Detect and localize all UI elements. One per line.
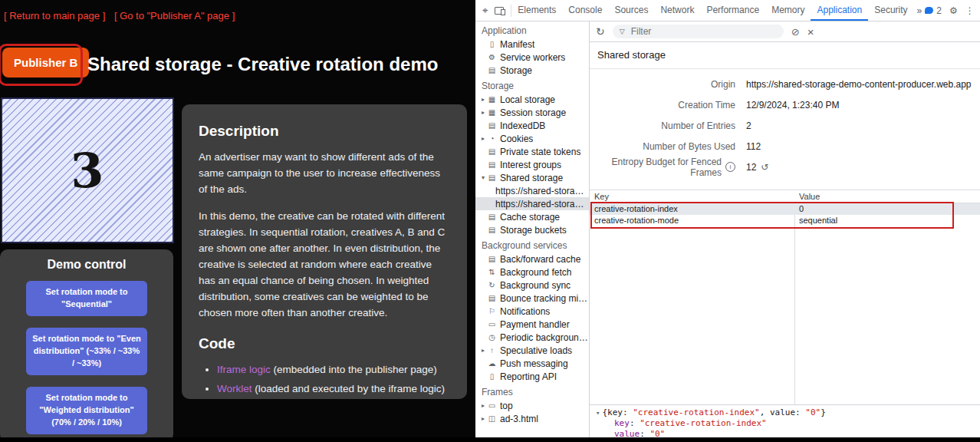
sidebar-item-label: Session storage <box>500 107 566 118</box>
sidebar-item-label: Storage buckets <box>500 225 567 236</box>
sidebar-item-label: Private state tokens <box>500 147 580 157</box>
sidebar-item-speculative-loads[interactable]: ▸ ↑ Speculative loads <box>475 344 589 357</box>
chevron-right-icon[interactable]: ▸ <box>479 402 487 409</box>
chevron-down-icon[interactable]: ▾ <box>596 409 600 417</box>
preview-summary-line[interactable]: ▾{key: "creative-rotation-index", value:… <box>596 407 974 418</box>
table-header: Key Value <box>590 190 980 203</box>
sidebar-item-shared-storage-origin-2[interactable]: https://shared-storage-d… <box>475 197 589 210</box>
filter-input[interactable] <box>630 25 755 38</box>
preview-string: "creative-rotation-index" <box>633 407 760 417</box>
metadata-value: 112 <box>746 141 761 152</box>
shared-storage-table: Key Value creative-rotation-index 0 crea… <box>590 190 980 404</box>
devtools-tabbar: ⌖ Elements Console Sources Network Perfo… <box>475 0 980 21</box>
preview-prop-key: key: "creative-rotation-index" <box>614 418 974 429</box>
sidebar-item-shared-storage-origin-1[interactable]: https://shared-storage-d… <box>475 184 589 197</box>
chevron-right-icon[interactable]: ▸ <box>479 109 487 116</box>
sidebar-section-frames: Frames <box>475 383 589 399</box>
filter-field[interactable]: ▽ <box>613 25 784 38</box>
tab-elements[interactable]: Elements <box>511 0 562 21</box>
sidebar-item-label: Interest groups <box>500 160 561 170</box>
code-list-item: Iframe logic (embedded into the publishe… <box>217 362 450 378</box>
column-header-value[interactable]: Value <box>794 190 820 203</box>
kebab-menu-icon[interactable]: ⋮ <box>965 6 975 15</box>
sidebar-item-payment-handler[interactable]: ▭ Payment handler <box>475 318 589 331</box>
gear-icon[interactable]: ⚙ <box>949 6 958 15</box>
sidebar-item-notifications[interactable]: ⚐ Notifications <box>475 305 589 318</box>
table-icon: ▦ <box>487 96 497 104</box>
rotation-weighted-distribution-button[interactable]: Set rotation mode to "Weighted distribut… <box>26 387 147 434</box>
table-row[interactable]: creative-rotation-index 0 <box>590 203 980 215</box>
rotation-sequential-button[interactable]: Set rotation mode to "Sequential" <box>26 281 147 316</box>
return-main-page-link[interactable]: [ Return to main page ] <box>4 10 105 21</box>
more-tabs-icon[interactable]: » <box>914 5 926 16</box>
iframe-icon: ◫ <box>487 415 497 423</box>
metadata-label: Origin <box>590 79 735 90</box>
chevron-right-icon[interactable]: ▸ <box>479 96 487 103</box>
sidebar-item-indexeddb[interactable]: ▤ IndexedDB <box>475 119 589 132</box>
refresh-icon[interactable]: ↻ <box>596 25 605 38</box>
sidebar-item-background-fetch[interactable]: ⇅ Background fetch <box>475 266 589 279</box>
table-row[interactable]: creative-rotation-mode sequential <box>590 215 980 226</box>
tab-application[interactable]: Application <box>811 0 868 21</box>
rotation-even-distribution-button[interactable]: Set rotation mode to "Even distribution"… <box>26 328 147 375</box>
sidebar-item-frame-top[interactable]: ▸ ▭ top <box>475 399 589 412</box>
info-icon[interactable]: i <box>725 162 735 172</box>
clock-icon: ◷ <box>487 334 497 341</box>
tab-console[interactable]: Console <box>562 0 608 21</box>
sidebar-section-application: Application <box>475 21 589 38</box>
tab-security[interactable]: Security <box>868 0 913 21</box>
chevron-right-icon[interactable]: ▸ <box>479 347 487 354</box>
sidebar-item-local-storage[interactable]: ▸ ▦ Local storage <box>475 93 589 106</box>
sidebar-item-frame-ad-3[interactable]: ▸ ◫ ad-3.html <box>475 412 589 425</box>
sidebar-item-interest-groups[interactable]: ▤ Interest groups <box>475 158 589 171</box>
inspect-element-icon[interactable]: ⌖ <box>482 5 488 15</box>
sidebar-item-storage-buckets[interactable]: ▤ Storage buckets <box>475 223 589 236</box>
screen: [ Return to main page ] [ Go to "Publish… <box>0 0 980 442</box>
database-icon: ▤ <box>487 174 497 182</box>
sidebar-item-private-state-tokens[interactable]: ▤ Private state tokens <box>475 145 589 158</box>
worklet-link[interactable]: Worklet <box>217 383 252 394</box>
sidebar-item-storage[interactable]: ▤ Storage <box>475 64 589 77</box>
device-toolbar-icon[interactable] <box>495 7 504 15</box>
sidebar-item-back-forward-cache[interactable]: ▤ Back/forward cache <box>475 252 589 266</box>
sidebar-item-session-storage[interactable]: ▸ ▦ Session storage <box>475 106 589 119</box>
sidebar-item-manifest[interactable]: ▯ Manifest <box>475 38 589 51</box>
clear-icon[interactable]: × <box>807 25 814 38</box>
panel-title: Shared storage <box>590 42 980 69</box>
metadata-value: 12/9/2024, 1:23:40 PM <box>746 100 839 110</box>
tab-sources[interactable]: Sources <box>608 0 654 21</box>
code-list-item-text: (loaded and executed by the iframe logic… <box>252 383 445 394</box>
publisher-b-button[interactable]: Publisher B <box>2 48 89 78</box>
metadata-row-origin: Origin https://shared-storage-demo-conte… <box>590 74 980 94</box>
sidebar-item-shared-storage[interactable]: ▾ ▤ Shared storage <box>475 171 589 184</box>
chevron-down-icon[interactable]: ▾ <box>479 174 487 181</box>
database-icon: ▤ <box>487 213 497 221</box>
tab-memory[interactable]: Memory <box>765 0 811 21</box>
issues-counter[interactable]: 2 <box>925 5 942 16</box>
sidebar-item-label: Storage <box>500 65 532 76</box>
chevron-right-icon[interactable]: ▸ <box>479 135 487 142</box>
column-header-key[interactable]: Key <box>590 190 794 203</box>
sidebar-item-background-sync[interactable]: ↻ Background sync <box>475 279 589 292</box>
delete-all-icon[interactable]: ⊘ <box>791 26 800 38</box>
sidebar-item-label: Reporting API <box>500 371 557 382</box>
sidebar-item-push-messaging[interactable]: ☁ Push messaging <box>475 357 589 370</box>
sidebar-item-label: Bounce tracking mitiga… <box>500 293 589 304</box>
tab-network[interactable]: Network <box>654 0 700 21</box>
sidebar-item-periodic-background-sync[interactable]: ◷ Periodic background s… <box>475 331 589 344</box>
devtools-window: ⌖ Elements Console Sources Network Perfo… <box>475 0 980 442</box>
row-value: 0 <box>794 203 804 215</box>
sidebar-item-cache-storage[interactable]: ▤ Cache storage <box>475 210 589 223</box>
metadata-row-bytes-used: Number of Bytes Used 112 <box>590 136 980 157</box>
arrows-up-down-icon: ⇅ <box>487 269 497 276</box>
goto-publisher-a-link[interactable]: [ Go to "Publisher A" page ] <box>114 10 235 21</box>
sidebar-item-bounce-tracking-mitigations[interactable]: ▤ Bounce tracking mitiga… <box>475 292 589 305</box>
sidebar-item-cookies[interactable]: ▸ ◔ Cookies <box>475 132 589 145</box>
sidebar-item-service-workers[interactable]: ⚙ Service workers <box>475 51 589 64</box>
tab-performance[interactable]: Performance <box>700 0 765 21</box>
chevron-right-icon[interactable]: ▸ <box>479 415 487 422</box>
reset-budget-icon[interactable]: ↺ <box>761 162 768 173</box>
sidebar-item-reporting-api[interactable]: ▯ Reporting API <box>475 370 589 383</box>
iframe-logic-link[interactable]: Iframe logic <box>217 364 271 375</box>
filter-funnel-icon: ▽ <box>620 28 625 35</box>
